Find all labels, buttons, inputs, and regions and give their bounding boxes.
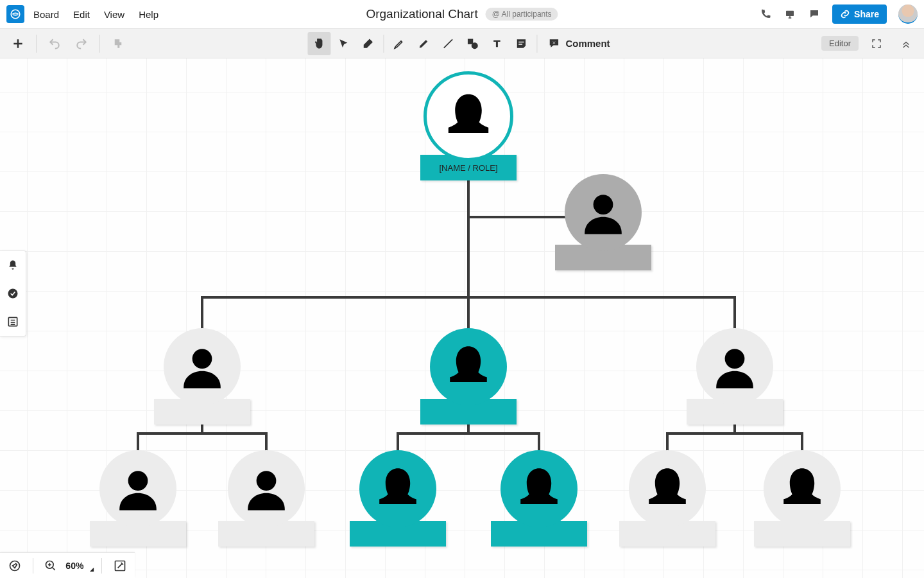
org-node-assistant[interactable] [565, 174, 651, 270]
bottombar: 60% ◢ [0, 552, 135, 578]
person-icon [228, 450, 305, 527]
hand-tool[interactable] [307, 32, 330, 55]
share-button[interactable]: Share [832, 4, 887, 24]
menu-view[interactable]: View [104, 9, 124, 20]
org-node[interactable] [764, 450, 850, 547]
pointer-tool[interactable] [332, 32, 355, 55]
comment-label: Comment [565, 38, 610, 49]
chat-icon[interactable] [808, 8, 821, 21]
text-tool[interactable] [485, 32, 508, 55]
separator [101, 558, 102, 574]
person-icon [430, 328, 507, 405]
org-node[interactable] [629, 450, 715, 547]
navigator-button[interactable] [5, 554, 25, 577]
zoom-dropdown-icon[interactable]: ◢ [90, 566, 94, 572]
link-icon [840, 9, 850, 19]
participants-chip[interactable]: @ All participants [486, 8, 558, 21]
editor-chip[interactable]: Editor [821, 36, 859, 51]
menu-edit[interactable]: Edit [73, 9, 90, 20]
person-icon [565, 174, 642, 251]
org-node[interactable] [501, 450, 587, 547]
note-tool[interactable] [509, 32, 533, 55]
fullscreen-button[interactable] [865, 32, 888, 55]
svg-point-5 [8, 289, 18, 299]
undo-button[interactable] [43, 32, 66, 55]
person-icon [501, 450, 578, 527]
org-node[interactable] [164, 328, 250, 425]
org-node-root[interactable]: [NAME / ROLE] [424, 71, 517, 180]
present-icon[interactable] [783, 8, 796, 21]
comment-icon [547, 37, 560, 50]
svg-rect-2 [468, 39, 473, 44]
menu-help[interactable]: Help [139, 9, 158, 20]
connector [467, 161, 470, 296]
menu-items: Board Edit View Help [33, 9, 158, 20]
menubar: Board Edit View Help Organizational Char… [0, 0, 924, 29]
add-button[interactable] [6, 32, 30, 55]
person-icon [164, 328, 241, 405]
person-icon [629, 450, 706, 527]
svg-point-3 [472, 42, 478, 49]
canvas[interactable]: [NAME / ROLE] [0, 58, 924, 578]
svg-rect-1 [786, 11, 794, 16]
comment-button[interactable]: Comment [541, 37, 616, 50]
toolbar-center: Comment [307, 32, 616, 55]
org-node[interactable] [696, 328, 783, 425]
share-label: Share [854, 9, 879, 19]
line-tool[interactable] [436, 32, 459, 55]
left-tray [0, 250, 26, 337]
zoom-level[interactable]: 60% [65, 561, 83, 571]
zoom-in-button[interactable] [41, 554, 61, 577]
toolbar-right: Editor [821, 32, 918, 55]
format-painter-button[interactable] [107, 32, 130, 55]
marker-tool[interactable] [412, 32, 435, 55]
svg-point-7 [10, 561, 20, 570]
board-title[interactable]: Organizational Chart [366, 7, 477, 21]
phone-icon[interactable] [759, 8, 772, 21]
separator [383, 35, 384, 53]
org-node[interactable] [359, 450, 446, 547]
redo-button[interactable] [70, 32, 93, 55]
menu-board[interactable]: Board [33, 9, 59, 20]
check-circle-icon[interactable] [4, 285, 22, 302]
edit-button[interactable] [110, 554, 130, 577]
title-group: Organizational Chart @ All participants [366, 7, 558, 21]
org-node[interactable] [99, 450, 186, 547]
separator [36, 35, 37, 53]
shape-tool[interactable] [461, 32, 484, 55]
app-logo[interactable] [6, 5, 24, 23]
org-node[interactable] [228, 450, 314, 547]
separator [33, 558, 33, 574]
connector [666, 432, 803, 435]
toolbar: Comment Editor [0, 29, 924, 58]
person-icon [696, 328, 773, 405]
separator [536, 35, 537, 53]
list-icon[interactable] [4, 313, 22, 331]
connector [397, 432, 540, 435]
pen-tool[interactable] [388, 32, 411, 55]
separator [99, 35, 100, 53]
toolbar-left [6, 32, 130, 55]
eraser-tool[interactable] [356, 32, 379, 55]
menubar-right: Share [759, 4, 918, 24]
connector [137, 432, 268, 435]
avatar[interactable] [898, 4, 918, 24]
person-icon [764, 450, 841, 527]
collapse-button[interactable] [894, 32, 918, 55]
notifications-icon[interactable] [4, 256, 22, 274]
svg-point-0 [11, 10, 20, 19]
person-icon [99, 450, 176, 527]
person-icon [359, 450, 436, 527]
person-icon [424, 71, 513, 161]
org-node[interactable] [430, 328, 517, 425]
